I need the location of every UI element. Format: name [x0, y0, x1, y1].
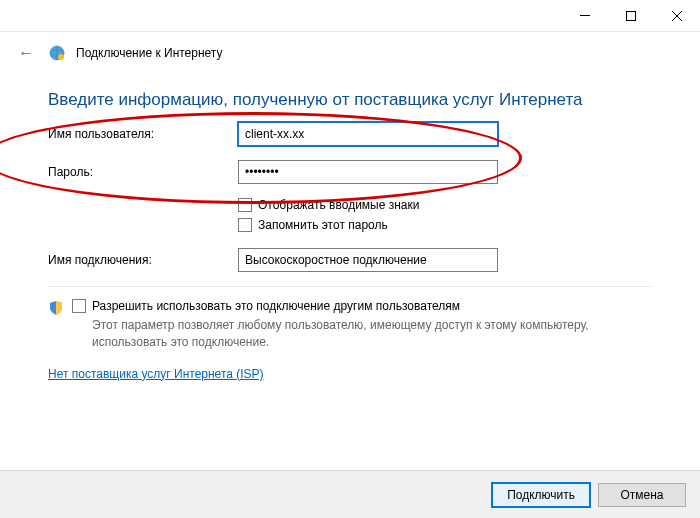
svg-rect-0	[580, 15, 590, 16]
footer: Подключить Отмена	[0, 470, 700, 518]
page-heading: Введите информацию, полученную от постав…	[0, 72, 700, 122]
divider	[48, 286, 652, 287]
password-label: Пароль:	[48, 165, 238, 179]
remember-checkbox[interactable]	[238, 218, 252, 232]
maximize-button[interactable]	[608, 0, 654, 32]
window-title: Подключение к Интернету	[76, 46, 223, 60]
username-input[interactable]	[238, 122, 498, 146]
share-description: Этот параметр позволяет любому пользоват…	[92, 317, 652, 351]
show-chars-checkbox[interactable]	[238, 198, 252, 212]
password-input[interactable]	[238, 160, 498, 184]
remember-label: Запомнить этот пароль	[258, 218, 388, 232]
svg-rect-1	[627, 11, 636, 20]
svg-point-4	[58, 54, 64, 60]
back-arrow-icon[interactable]: ←	[14, 42, 38, 64]
globe-icon	[48, 44, 66, 62]
connection-name-label: Имя подключения:	[48, 253, 238, 267]
titlebar	[0, 0, 700, 32]
isp-link[interactable]: Нет поставщика услуг Интернета (ISP)	[48, 367, 264, 381]
connect-button[interactable]: Подключить	[492, 483, 590, 507]
username-label: Имя пользователя:	[48, 127, 238, 141]
share-label: Разрешить использовать это подключение д…	[92, 299, 460, 313]
minimize-button[interactable]	[562, 0, 608, 32]
header-row: ← Подключение к Интернету	[0, 32, 700, 72]
show-chars-label: Отображать вводимые знаки	[258, 198, 419, 212]
shield-icon	[48, 300, 64, 316]
connection-name-input[interactable]	[238, 248, 498, 272]
share-checkbox[interactable]	[72, 299, 86, 313]
close-button[interactable]	[654, 0, 700, 32]
cancel-button[interactable]: Отмена	[598, 483, 686, 507]
